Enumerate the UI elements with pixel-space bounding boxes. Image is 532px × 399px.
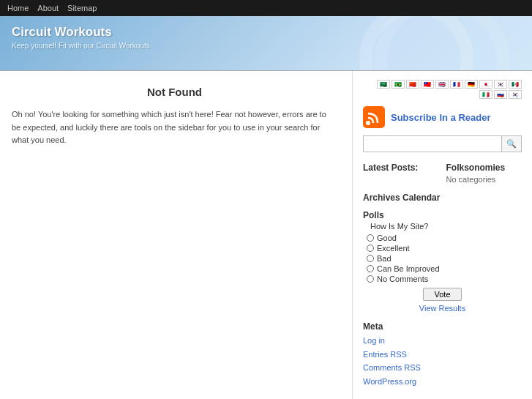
poll-radio-can-be-improved[interactable] (367, 265, 374, 272)
polls-title: Polls (363, 210, 522, 220)
folksonomies-label: Folksonomies (446, 163, 522, 173)
latest-posts-col: Latest Posts: (363, 163, 439, 184)
meta-section: Meta Log in Entries RSS Comments RSS Wor… (363, 321, 522, 389)
folksonomies-content: No categories (446, 175, 522, 184)
poll-label-can-be-improved: Can Be Improved (377, 264, 440, 273)
poll-option-good: Good (367, 234, 522, 242)
top-navigation: Home About Sitemap (0, 0, 532, 16)
polls-section: Polls How Is My Site? Good Excellent Bad… (363, 210, 522, 313)
flag-ar[interactable]: 🇸🇦 (377, 80, 390, 89)
language-flags: 🇸🇦 🇧🇷 🇨🇳 🇹🇼 🇬🇧 🇫🇷 🇩🇪 🇯🇵 🇰🇷 🇲🇽 🇮🇹 🇷🇺 🇰🇷 (363, 77, 522, 99)
archives-section: Archives Calendar (363, 193, 522, 203)
nav-sitemap[interactable]: Sitemap (67, 4, 97, 12)
meta-login-link[interactable]: Log in (363, 334, 522, 348)
poll-option-bad: Bad (367, 254, 522, 263)
subscribe-link[interactable]: Subscribe In a Reader (391, 112, 491, 123)
nav-home[interactable]: Home (7, 4, 29, 12)
flag-fr[interactable]: 🇫🇷 (450, 80, 463, 89)
poll-radio-good[interactable] (367, 234, 374, 242)
two-col-section: Latest Posts: Folksonomies No categories (363, 163, 522, 184)
flag-pt[interactable]: 🇧🇷 (391, 80, 405, 89)
flag-ru[interactable]: 🇷🇺 (494, 90, 507, 99)
main-content: Not Found Oh no! You're looking for some… (0, 71, 353, 399)
poll-label-bad: Bad (377, 254, 391, 263)
search-container: 🔍 (363, 135, 522, 152)
flag-es[interactable]: 🇲🇽 (509, 80, 522, 89)
poll-option-can-be-improved: Can Be Improved (367, 264, 522, 273)
flag-en[interactable]: 🇬🇧 (435, 80, 449, 89)
flag-ja[interactable]: 🇯🇵 (479, 80, 492, 89)
poll-option-excellent: Excellent (367, 244, 522, 253)
site-title: Circuit Workouts (12, 25, 520, 40)
polls-question: How Is My Site? (370, 222, 522, 231)
flag-kr2[interactable]: 🇰🇷 (509, 90, 522, 99)
right-sidebar: 🇸🇦 🇧🇷 🇨🇳 🇹🇼 🇬🇧 🇫🇷 🇩🇪 🇯🇵 🇰🇷 🇲🇽 🇮🇹 🇷🇺 🇰🇷 (353, 71, 532, 399)
flag-ko[interactable]: 🇰🇷 (494, 80, 507, 89)
poll-radio-no-comments[interactable] (367, 275, 374, 283)
flag-zh[interactable]: 🇨🇳 (406, 80, 419, 89)
header-decoration (452, 16, 525, 71)
not-found-description: Oh no! You're looking for something whic… (12, 108, 337, 147)
site-subtitle: Keep yourself Fit with our Circuit Worko… (12, 42, 520, 50)
meta-wordpress-link[interactable]: WordPress.org (363, 375, 522, 389)
poll-option-no-comments: No Comments (367, 275, 522, 283)
meta-title: Meta (363, 321, 522, 332)
search-button[interactable]: 🔍 (501, 136, 521, 152)
view-results-link[interactable]: View Results (363, 304, 522, 313)
meta-entries-rss-link[interactable]: Entries RSS (363, 348, 522, 362)
svg-rect-0 (363, 106, 385, 128)
svg-point-1 (366, 121, 370, 125)
poll-radio-bad[interactable] (367, 255, 374, 262)
vote-button[interactable]: Vote (423, 288, 461, 301)
latest-posts-label: Latest Posts: (363, 163, 439, 173)
archives-label: Archives Calendar (363, 193, 522, 203)
content-area: Not Found Oh no! You're looking for some… (0, 71, 532, 399)
poll-label-good: Good (377, 234, 397, 242)
search-input[interactable] (364, 136, 501, 152)
not-found-heading: Not Found (12, 86, 337, 98)
meta-comments-rss-link[interactable]: Comments RSS (363, 361, 522, 375)
poll-label-no-comments: No Comments (377, 275, 428, 283)
flag-it[interactable]: 🇮🇹 (479, 90, 492, 99)
nav-about[interactable]: About (37, 4, 59, 12)
rss-icon (363, 106, 385, 128)
poll-radio-excellent[interactable] (367, 245, 374, 252)
flag-tw[interactable]: 🇹🇼 (421, 80, 434, 89)
poll-label-excellent: Excellent (377, 244, 410, 253)
folksonomies-col: Folksonomies No categories (446, 163, 522, 184)
flag-de[interactable]: 🇩🇪 (465, 80, 478, 89)
subscribe-section: Subscribe In a Reader (363, 106, 522, 128)
site-header: Circuit Workouts Keep yourself Fit with … (0, 16, 532, 71)
